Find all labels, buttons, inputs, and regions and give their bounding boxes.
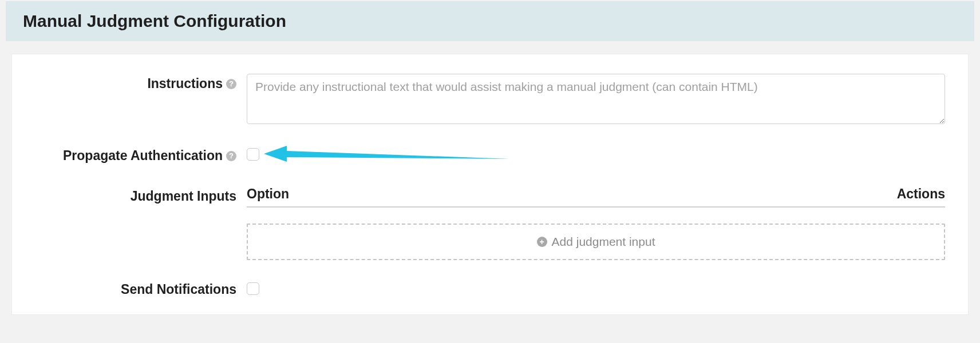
add-judgment-input-label: Add judgment input	[552, 235, 655, 249]
row-send-notifications: Send Notifications	[35, 280, 945, 297]
instructions-label: Instructions	[147, 76, 223, 91]
help-icon[interactable]: ?	[226, 151, 236, 161]
judgment-inputs-label: Judgment Inputs	[131, 189, 236, 204]
row-judgment-inputs: Judgment Inputs Option Actions + Add jud…	[35, 186, 945, 260]
annotation-arrow-icon	[264, 146, 510, 172]
judgment-inputs-table-header: Option Actions	[247, 186, 945, 208]
section-title: Manual Judgment Configuration	[23, 11, 969, 31]
label-col-judgment: Judgment Inputs	[35, 186, 247, 204]
label-col-propagate: Propagate Authentication ?	[35, 146, 247, 163]
row-instructions: Instructions ?	[35, 74, 945, 126]
send-notifications-label: Send Notifications	[121, 282, 236, 297]
section-header: Manual Judgment Configuration	[6, 1, 974, 41]
instructions-textarea[interactable]	[247, 74, 945, 124]
column-option: Option	[247, 186, 289, 202]
plus-circle-icon: +	[537, 237, 547, 247]
add-judgment-input-button[interactable]: + Add judgment input	[247, 224, 945, 260]
propagate-auth-label: Propagate Authentication	[63, 148, 223, 163]
column-actions: Actions	[897, 186, 945, 202]
row-propagate-auth: Propagate Authentication ?	[35, 146, 945, 163]
help-icon[interactable]: ?	[226, 79, 236, 89]
input-col-judgment: Option Actions + Add judgment input	[247, 186, 945, 260]
input-col-instructions	[247, 74, 945, 126]
send-notifications-checkbox[interactable]	[247, 282, 259, 295]
label-col-instructions: Instructions ?	[35, 74, 247, 91]
label-col-notify: Send Notifications	[35, 280, 247, 297]
input-col-notify	[247, 280, 945, 297]
input-col-propagate	[247, 146, 945, 163]
svg-marker-0	[264, 146, 510, 162]
config-panel: Instructions ? Propagate Authentication …	[11, 54, 969, 315]
propagate-auth-checkbox[interactable]	[247, 148, 259, 161]
